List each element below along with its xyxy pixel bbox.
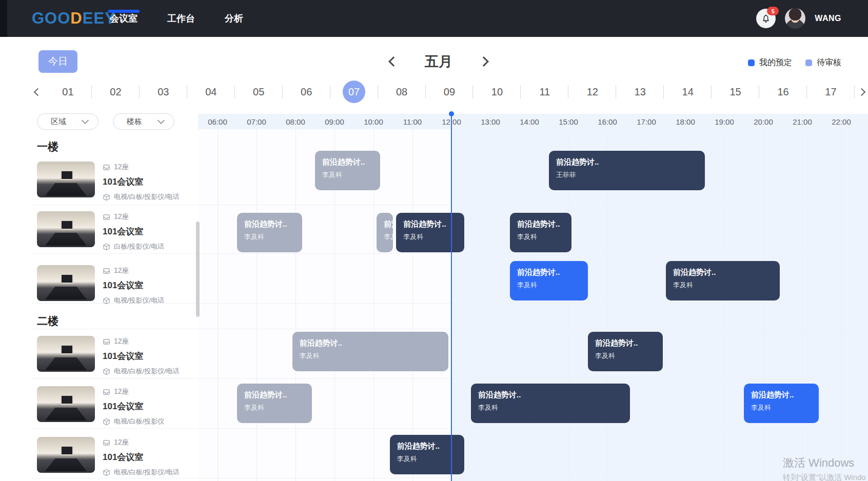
event-title: 前沿趋势讨..	[384, 218, 386, 230]
hour-label-10:00: 10:00	[356, 114, 391, 129]
floor-section-title: 二楼	[37, 314, 58, 328]
equipment-cube-icon	[103, 297, 110, 305]
date-cell-07[interactable]: 07	[330, 80, 378, 104]
room-photo	[37, 265, 95, 301]
building-filter-dropdown[interactable]: 楼栋	[113, 113, 174, 130]
today-button[interactable]: 今日	[38, 50, 77, 73]
seats-icon	[103, 388, 110, 396]
next-month-icon[interactable]	[479, 56, 489, 67]
event-organizer: 李及科	[244, 232, 295, 242]
room-list-scrollbar[interactable]	[196, 222, 200, 317]
hour-label-17:00: 17:00	[628, 114, 664, 129]
event-block[interactable]: 前沿趋势讨..李及科	[390, 435, 465, 474]
event-block[interactable]: 前沿趋势讨..李及科	[666, 261, 780, 300]
room-list-item[interactable]: 12座101会议室电视/投影仪/电话	[37, 265, 191, 301]
tab-工作台[interactable]: 工作台	[165, 0, 197, 37]
event-block[interactable]: 前沿趋势讨..李及科	[588, 332, 663, 371]
event-block[interactable]: 前沿趋势讨..李及科	[377, 213, 393, 252]
notification-badge: 5	[767, 7, 779, 15]
event-title: 前沿趋势讨..	[244, 218, 295, 230]
prev-month-icon[interactable]	[388, 56, 399, 67]
room-list-item[interactable]: 12座101会议室白板/投影仪/电话	[37, 211, 191, 247]
grid-hline	[31, 378, 868, 379]
area-filter-dropdown[interactable]: 区域	[37, 113, 98, 130]
event-block[interactable]: 前沿趋势讨..李及科	[471, 384, 630, 423]
event-block[interactable]: 前沿趋势讨..李及科	[510, 213, 571, 252]
date-cell-10[interactable]: 10	[473, 80, 521, 104]
date-cell-03[interactable]: 03	[140, 80, 187, 104]
room-equipment-row: 电视/投影仪/电话	[103, 296, 164, 305]
event-block[interactable]: 前沿趋势讨..李及科	[237, 213, 302, 252]
date-cell-12[interactable]: 12	[568, 80, 616, 104]
room-list-item[interactable]: 12座101会议室电视/白板/投影仪/电话	[37, 162, 191, 197]
date-cell-14[interactable]: 14	[664, 80, 712, 104]
seats-icon	[103, 439, 110, 447]
room-list-item[interactable]: 12座101会议室电视/白板/投影仪/电话	[37, 437, 191, 473]
user-avatar[interactable]	[785, 8, 805, 29]
area-filter-label: 区域	[51, 117, 66, 127]
room-name: 101会议室	[103, 279, 164, 291]
event-organizer: 李及科	[673, 280, 773, 290]
room-seats-label: 12座	[114, 438, 129, 447]
room-equipment-row: 电视/白板/投影仪/电话	[103, 192, 180, 202]
timeline-hour-header: 06:0007:0008:0009:0010:0011:0012:0013:00…	[198, 114, 868, 129]
event-block[interactable]: 前沿趋势讨..李及科	[510, 261, 588, 300]
date-cell-09[interactable]: 09	[426, 80, 474, 104]
grid-hline	[31, 478, 868, 478]
month-navigation: 五月	[390, 50, 487, 73]
logo-part-blue1: GOO	[32, 9, 70, 28]
room-seats-label: 12座	[114, 163, 129, 172]
date-cell-15[interactable]: 15	[712, 80, 759, 104]
room-info: 12座101会议室白板/投影仪/电话	[103, 211, 164, 251]
legend-my-bookings: 我的预定	[748, 57, 792, 68]
room-equipment-row: 白板/投影仪/电话	[103, 242, 164, 251]
event-block[interactable]: 前沿趋势讨..李及科	[315, 151, 380, 190]
date-cell-13[interactable]: 13	[616, 80, 664, 104]
tab-分析[interactable]: 分析	[223, 0, 245, 37]
prev-dates-icon[interactable]	[33, 88, 42, 96]
brand-logo[interactable]: GOODEEY	[32, 0, 116, 37]
room-seats-label: 12座	[114, 266, 129, 275]
room-info: 12座101会议室电视/白板/投影仪/电话	[103, 162, 180, 202]
event-block[interactable]: 前沿趋势讨..李及科	[744, 384, 819, 423]
top-nav: GOODEEY 会议室工作台分析 5 WANG	[0, 0, 868, 37]
room-photo	[37, 437, 95, 473]
room-list-item[interactable]: 12座101会议室电视/白板/投影仪	[37, 386, 191, 422]
room-name: 101会议室	[103, 350, 180, 362]
date-cell-17[interactable]: 17	[807, 80, 855, 104]
hour-label-15:00: 15:00	[550, 114, 586, 129]
date-cell-08[interactable]: 08	[378, 80, 426, 104]
hour-label-13:00: 13:00	[472, 114, 508, 129]
room-equipment-label: 电视/白板/投影仪/电话	[114, 468, 180, 477]
current-time-indicator	[451, 114, 452, 481]
date-cell-05[interactable]: 05	[235, 80, 283, 104]
next-dates-icon[interactable]	[857, 88, 865, 96]
event-organizer: 李及科	[478, 403, 623, 413]
date-cell-11[interactable]: 11	[521, 80, 568, 104]
event-block[interactable]: 前沿趋势讨..李及科	[396, 213, 464, 252]
room-seats-row: 12座	[103, 387, 164, 396]
room-equipment-label: 电视/白板/投影仪/电话	[114, 192, 180, 202]
seats-icon	[103, 267, 110, 275]
date-cell-02[interactable]: 02	[92, 80, 140, 104]
notifications-button[interactable]: 5	[756, 9, 776, 28]
equipment-cube-icon	[103, 418, 110, 426]
event-block[interactable]: 前沿趋势讨..王菲菲	[549, 151, 705, 190]
equipment-cube-icon	[103, 193, 110, 201]
hour-label-22:00: 22:00	[823, 114, 859, 129]
hour-label-09:00: 09:00	[317, 114, 352, 129]
date-cell-04[interactable]: 04	[187, 80, 235, 104]
room-list-item[interactable]: 12座101会议室电视/白板/投影仪/电话	[37, 336, 191, 372]
equipment-cube-icon	[103, 368, 110, 375]
date-cell-06[interactable]: 06	[283, 80, 330, 104]
legend-pending-review: 待审核	[805, 57, 841, 68]
date-cell-16[interactable]: 16	[759, 80, 807, 104]
event-title: 前沿趋势讨..	[517, 267, 581, 278]
equipment-cube-icon	[103, 469, 110, 476]
tab-会议室[interactable]: 会议室	[108, 0, 140, 37]
event-block[interactable]: 前沿趋势讨..李及科	[292, 332, 448, 371]
room-equipment-label: 电视/白板/投影仪/电话	[114, 367, 180, 376]
date-cell-01[interactable]: 01	[44, 80, 92, 104]
event-block[interactable]: 前沿趋势讨..李及科	[237, 384, 312, 423]
tab-label: 会议室	[110, 12, 137, 25]
